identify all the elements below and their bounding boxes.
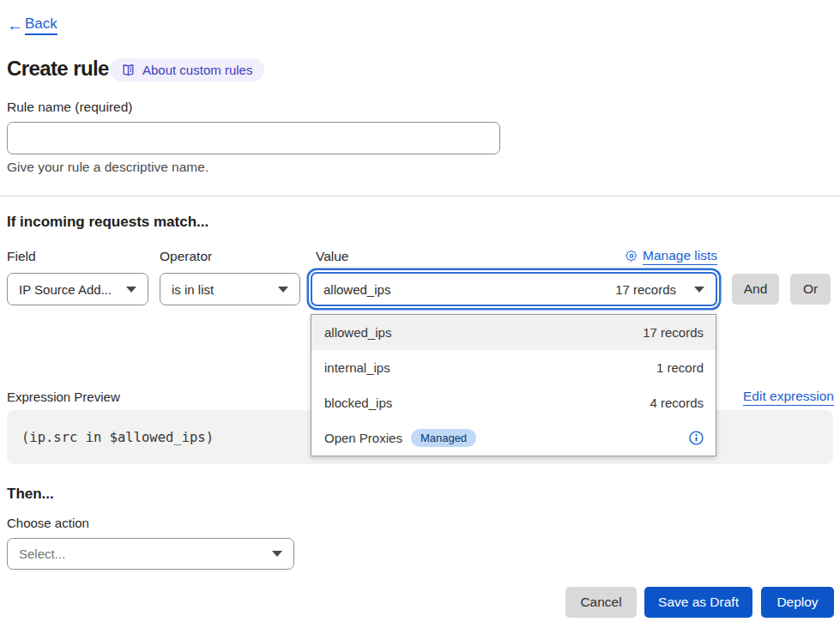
gear-icon [625, 251, 638, 263]
expression-code: (ip.src in $allowed_ips) [21, 430, 214, 445]
action-select[interactable]: Select... [7, 538, 294, 570]
back-link[interactable]: ←Back [7, 15, 57, 35]
value-select[interactable]: allowed_ips 17 records [311, 272, 717, 306]
chevron-down-icon [126, 287, 136, 293]
chevron-down-icon [278, 287, 288, 293]
action-select-placeholder: Select... [19, 546, 65, 561]
dropdown-option-allowed-ips[interactable]: allowed_ips 17 records [311, 315, 716, 350]
cancel-button[interactable]: Cancel [565, 587, 637, 618]
about-badge-label: About custom rules [142, 63, 252, 77]
rule-name-helper: Give your rule a descriptive name. [7, 160, 208, 175]
option-name: Open Proxies [324, 431, 402, 445]
field-select-value: IP Source Add... [19, 282, 112, 297]
operator-select-value: is in list [172, 282, 214, 297]
manage-lists-label: Manage lists [643, 248, 717, 265]
chevron-down-icon [272, 551, 282, 557]
option-meta: 1 record [656, 360, 704, 375]
edit-expression-link[interactable]: Edit expression [743, 389, 834, 406]
operator-select[interactable]: is in list [160, 273, 300, 305]
and-button[interactable]: And [732, 274, 779, 305]
rule-name-input[interactable] [7, 122, 500, 154]
save-as-draft-button[interactable]: Save as Draft [644, 587, 752, 618]
match-section-heading: If incoming requests match... [7, 214, 208, 231]
dropdown-option-blocked-ips[interactable]: blocked_ips 4 records [311, 385, 716, 420]
page-title: Create rule [7, 57, 109, 81]
dropdown-option-internal-ips[interactable]: internal_ips 1 record [311, 350, 716, 385]
value-select-meta: 17 records [615, 282, 676, 297]
manage-lists-link[interactable]: Manage lists [625, 248, 717, 265]
field-label: Field [7, 249, 36, 264]
section-divider [0, 196, 840, 196]
rule-name-label: Rule name (required) [7, 100, 132, 115]
option-meta: 17 records [643, 325, 704, 340]
deploy-button[interactable]: Deploy [761, 587, 834, 618]
about-custom-rules-badge[interactable]: About custom rules [110, 58, 264, 82]
chevron-down-icon [694, 287, 704, 293]
value-dropdown-menu: allowed_ips 17 records internal_ips 1 re… [311, 314, 716, 456]
operator-label: Operator [160, 249, 212, 264]
then-section-heading: Then... [7, 486, 54, 503]
managed-badge: Managed [411, 429, 476, 447]
field-select[interactable]: IP Source Add... [7, 273, 148, 305]
back-link-label: Back [25, 15, 57, 35]
value-label: Value [316, 249, 349, 264]
expression-preview-label: Expression Preview [7, 389, 120, 404]
option-name: allowed_ips [324, 325, 391, 340]
choose-action-label: Choose action [7, 516, 89, 530]
option-meta: 4 records [650, 395, 704, 410]
option-name: internal_ips [324, 360, 390, 375]
or-button[interactable]: Or [790, 274, 831, 305]
info-icon[interactable] [689, 431, 704, 445]
dropdown-option-open-proxies[interactable]: Open Proxies Managed [311, 420, 716, 456]
option-name: blocked_ips [324, 395, 392, 410]
left-arrow-icon: ← [7, 17, 23, 33]
book-icon [121, 63, 136, 77]
value-select-value: allowed_ips [323, 282, 390, 297]
